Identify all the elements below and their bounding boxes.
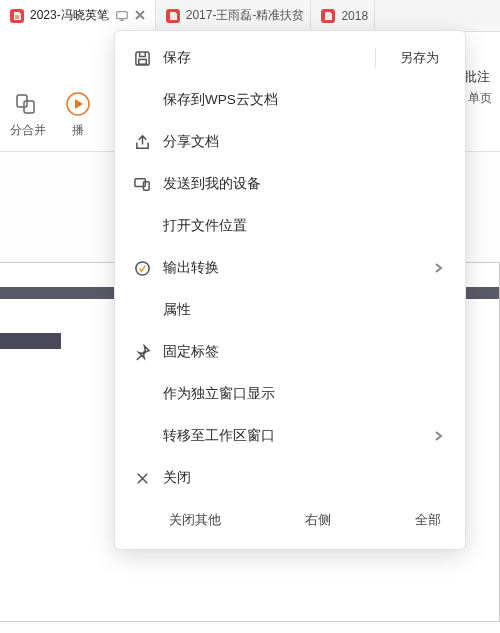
menu-label: 发送到我的设备 xyxy=(163,175,447,193)
svg-rect-5 xyxy=(138,59,146,64)
chevron-right-icon xyxy=(433,429,447,444)
svg-point-8 xyxy=(135,261,148,274)
menu-move-workspace[interactable]: 转移至工作区窗口 xyxy=(115,415,465,457)
menu-label: 保存 xyxy=(163,49,359,67)
document-tab-1[interactable]: 2023-冯晓英笔 xyxy=(0,0,156,32)
devices-icon xyxy=(133,175,151,193)
monitor-icon xyxy=(115,9,129,23)
menu-save[interactable]: 保存 xyxy=(133,45,359,71)
tab-title: 2017-王雨磊-精准扶贫 xyxy=(186,7,305,24)
slide-decoration xyxy=(0,333,61,349)
play-icon xyxy=(64,90,92,118)
menu-open-new-window[interactable]: 作为独立窗口显示 xyxy=(115,373,465,415)
menu-label: 转移至工作区窗口 xyxy=(163,427,421,445)
tab-title: 2018 xyxy=(341,9,368,23)
menu-save-as[interactable]: 另存为 xyxy=(392,45,447,71)
menu-pin-tab[interactable]: 固定标签 xyxy=(115,331,465,373)
menu-label: 保存到WPS云文档 xyxy=(163,91,447,109)
ribbon-label: 单页 xyxy=(468,90,492,107)
menu-close[interactable]: 关闭 xyxy=(115,457,465,499)
ribbon-label: 分合并 xyxy=(10,122,46,139)
menu-properties[interactable]: 属性 xyxy=(115,289,465,331)
ribbon-label: 播 xyxy=(72,122,84,139)
document-tab-3[interactable]: 2018 xyxy=(311,0,375,32)
menu-label: 输出转换 xyxy=(163,259,421,277)
chevron-right-icon xyxy=(433,261,447,276)
menu-save-cloud[interactable]: 保存到WPS云文档 xyxy=(115,79,465,121)
menu-share[interactable]: 分享文档 xyxy=(115,121,465,163)
menu-label: 关闭 xyxy=(163,469,447,487)
tab-context-menu: 保存 另存为 保存到WPS云文档 分享文档 发送到我的设备 打开文件位置 输出转… xyxy=(114,30,466,550)
share-icon xyxy=(133,133,151,151)
tab-bar: 2023-冯晓英笔 2017-王雨磊-精准扶贫 2018 xyxy=(0,0,500,32)
menu-label: 固定标签 xyxy=(163,343,447,361)
close-icon xyxy=(133,469,151,487)
annotate-label[interactable]: 批注 xyxy=(464,68,490,86)
menu-send-device[interactable]: 发送到我的设备 xyxy=(115,163,465,205)
menu-label: 分享文档 xyxy=(163,133,447,151)
document-tab-2[interactable]: 2017-王雨磊-精准扶贫 xyxy=(156,0,312,32)
wps-file-icon xyxy=(10,9,24,23)
wps-file-icon xyxy=(166,9,180,23)
pin-icon xyxy=(133,343,151,361)
menu-label: 属性 xyxy=(163,301,447,319)
single-page-button[interactable]: 单页 xyxy=(468,90,492,107)
close-options-row: 关闭其他 右侧 全部 xyxy=(115,499,465,539)
menu-label: 作为独立窗口显示 xyxy=(163,385,447,403)
merge-button[interactable]: 分合并 xyxy=(10,90,46,139)
convert-icon xyxy=(133,259,151,277)
svg-rect-4 xyxy=(135,51,148,64)
menu-open-location[interactable]: 打开文件位置 xyxy=(115,205,465,247)
save-icon xyxy=(133,49,151,67)
tab-title: 2023-冯晓英笔 xyxy=(30,7,109,24)
svg-rect-0 xyxy=(116,11,127,18)
menu-close-right[interactable]: 右侧 xyxy=(299,507,337,533)
menu-close-all[interactable]: 全部 xyxy=(409,507,447,533)
play-button[interactable]: 播 xyxy=(64,90,92,139)
menu-export-convert[interactable]: 输出转换 xyxy=(115,247,465,289)
merge-icon xyxy=(14,90,42,118)
wps-file-icon xyxy=(321,9,335,23)
menu-close-others[interactable]: 关闭其他 xyxy=(163,507,227,533)
close-icon[interactable] xyxy=(135,9,149,23)
divider xyxy=(375,48,376,68)
menu-label: 打开文件位置 xyxy=(163,217,447,235)
